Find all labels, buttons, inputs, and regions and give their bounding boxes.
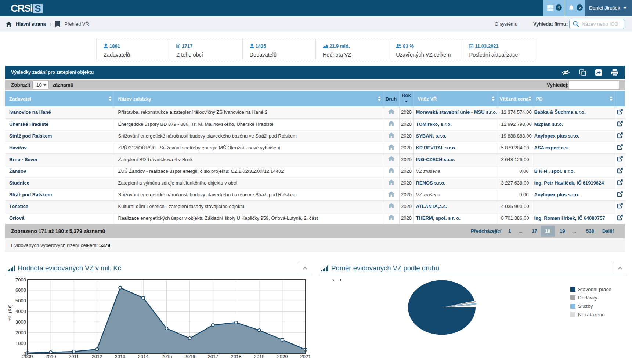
svg-text:3000: 3000	[15, 319, 26, 325]
svg-text:2011: 2011	[69, 354, 79, 359]
svg-text:Stavební práce: Stavební práce	[578, 287, 611, 292]
svg-text:2000: 2000	[15, 330, 26, 335]
svg-text:mil. (Kč): mil. (Kč)	[7, 304, 12, 322]
svg-text:2012: 2012	[92, 354, 102, 359]
svg-text:1000: 1000	[15, 341, 26, 346]
svg-text:2009: 2009	[22, 354, 33, 359]
svg-text:2021: 2021	[300, 354, 311, 359]
svg-text:Dodávky: Dodávky	[578, 295, 597, 301]
svg-text:2010: 2010	[46, 354, 56, 359]
svg-text:2019: 2019	[254, 354, 265, 359]
svg-text:2013: 2013	[115, 354, 126, 359]
svg-text:4000: 4000	[15, 309, 26, 314]
svg-text:5000: 5000	[15, 298, 26, 303]
svg-text:2018: 2018	[231, 354, 242, 359]
svg-text:2017: 2017	[208, 354, 219, 359]
svg-text:2014: 2014	[138, 354, 149, 359]
svg-text:2020: 2020	[277, 354, 288, 359]
svg-text:2016: 2016	[185, 354, 195, 359]
svg-text:2015: 2015	[162, 354, 172, 359]
svg-text:7000: 7000	[15, 277, 26, 283]
svg-text:Služby: Služby	[578, 303, 593, 309]
svg-text:Nezařazeno: Nezařazeno	[578, 312, 605, 317]
svg-text:6000: 6000	[15, 287, 26, 293]
